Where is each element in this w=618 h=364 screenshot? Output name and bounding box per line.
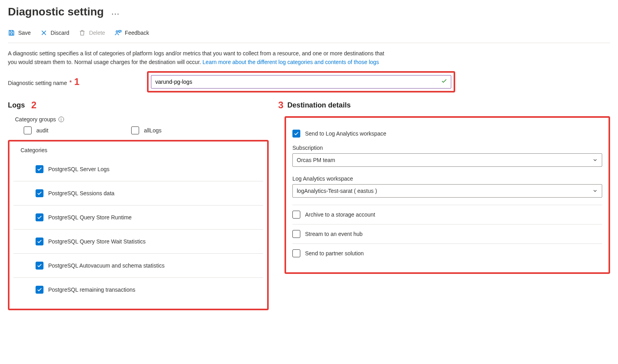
diagnostic-setting-name-input[interactable] bbox=[151, 75, 451, 89]
annotation-box-1 bbox=[147, 71, 455, 92]
checkbox-audit[interactable]: audit bbox=[24, 126, 48, 134]
save-icon bbox=[8, 29, 15, 36]
save-button[interactable]: Save bbox=[8, 28, 31, 37]
checkbox-alllogs[interactable]: allLogs bbox=[131, 126, 161, 134]
person-feedback-icon bbox=[115, 29, 122, 36]
checkbox-icon bbox=[292, 130, 300, 138]
category-item[interactable]: PostgreSQL Query Store Runtime bbox=[13, 206, 263, 230]
close-icon bbox=[40, 29, 47, 36]
checkbox-icon[interactable] bbox=[36, 213, 43, 221]
delete-button: Delete bbox=[79, 28, 105, 37]
checkbox-icon[interactable] bbox=[36, 189, 43, 197]
checkbox-icon[interactable] bbox=[36, 286, 43, 294]
workspace-label: Log Analytics workspace bbox=[292, 175, 602, 182]
logs-heading: Logs 2 bbox=[8, 100, 269, 111]
workspace-select[interactable]: logAnalytics-Test-sarat ( eastus ) bbox=[292, 184, 602, 198]
annotation-3: 3 bbox=[278, 100, 283, 111]
category-item[interactable]: PostgreSQL Query Store Wait Statistics bbox=[13, 230, 263, 254]
svg-rect-0 bbox=[10, 33, 13, 35]
checkbox-stream-eventhub[interactable]: Stream to an event hub bbox=[292, 230, 602, 238]
info-icon[interactable]: i bbox=[58, 117, 64, 122]
checkbox-icon[interactable] bbox=[36, 262, 43, 270]
name-field-label: Diagnostic setting name* 1 bbox=[8, 76, 142, 87]
checkbox-archive-storage[interactable]: Archive to a storage account bbox=[292, 211, 602, 219]
svg-point-1 bbox=[116, 31, 118, 33]
annotation-2: 2 bbox=[31, 100, 36, 111]
destination-heading: 3 Destination details bbox=[276, 100, 610, 111]
description-text: A diagnostic setting specifies a list of… bbox=[8, 49, 387, 66]
subscription-select[interactable]: Orcas PM team bbox=[292, 153, 602, 167]
check-icon bbox=[441, 78, 447, 86]
checkbox-partner-solution[interactable]: Send to partner solution bbox=[292, 249, 602, 257]
chevron-down-icon bbox=[592, 188, 598, 194]
trash-icon bbox=[79, 29, 86, 36]
category-item[interactable]: PostgreSQL Sessions data bbox=[13, 181, 263, 206]
category-item[interactable]: PostgreSQL Server Logs bbox=[13, 157, 263, 181]
feedback-button[interactable]: Feedback bbox=[115, 28, 149, 37]
learn-more-link[interactable]: Learn more about the different log categ… bbox=[203, 59, 379, 65]
page-title: Diagnostic setting … bbox=[8, 6, 610, 18]
annotation-box-3: Send to Log Analytics workspace Subscrip… bbox=[285, 116, 610, 274]
annotation-box-2: Categories PostgreSQL Server Logs Postgr… bbox=[8, 140, 269, 310]
category-groups-label: Category groups i bbox=[15, 116, 269, 123]
category-item[interactable]: PostgreSQL Autovacuum and schema statist… bbox=[13, 254, 263, 278]
subscription-label: Subscription bbox=[292, 145, 602, 151]
toolbar: Save Discard Delete Feedback bbox=[8, 21, 610, 43]
discard-button[interactable]: Discard bbox=[40, 28, 69, 37]
categories-label: Categories bbox=[21, 147, 263, 153]
annotation-1: 1 bbox=[74, 76, 79, 87]
checkbox-send-law[interactable]: Send to Log Analytics workspace bbox=[292, 130, 602, 138]
chevron-down-icon bbox=[592, 157, 598, 163]
checkbox-icon[interactable] bbox=[36, 238, 43, 245]
more-actions-icon[interactable]: … bbox=[111, 7, 120, 17]
category-item[interactable]: PostgreSQL remaining transactions bbox=[13, 278, 263, 302]
checkbox-icon[interactable] bbox=[36, 165, 43, 173]
